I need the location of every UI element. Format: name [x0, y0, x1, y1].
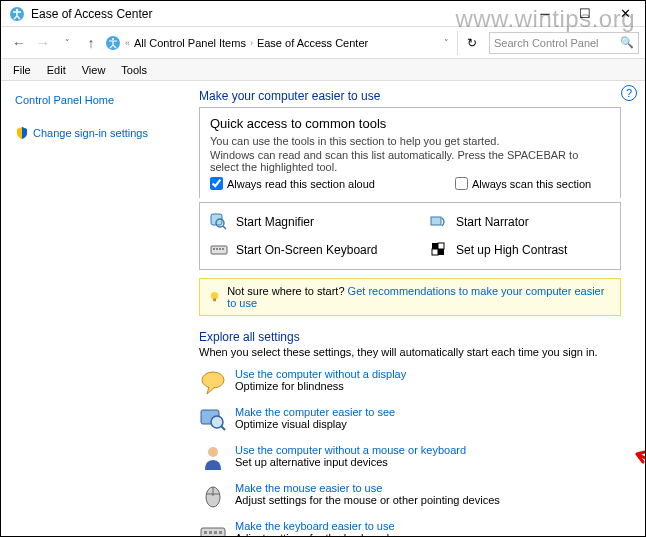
magnifier-icon	[210, 213, 228, 231]
search-placeholder: Search Control Panel	[494, 37, 599, 49]
tip-box: Not sure where to start? Get recommendat…	[199, 278, 621, 316]
navbar: ← → ˅ ↑ « All Control Panel Items › Ease…	[1, 27, 645, 59]
setting-link-kbd-easier[interactable]: Make the keyboard easier to use	[235, 520, 395, 532]
menu-tools[interactable]: Tools	[113, 62, 155, 78]
menu-file[interactable]: File	[5, 62, 39, 78]
menu-edit[interactable]: Edit	[39, 62, 74, 78]
keyboard-setting-icon	[199, 520, 227, 536]
back-button[interactable]: ←	[7, 31, 31, 55]
quick-access-desc2: Windows can read and scan this list auto…	[210, 149, 610, 173]
ease-of-access-icon	[9, 6, 25, 22]
breadcrumb-item-current[interactable]: Ease of Access Center	[257, 37, 368, 49]
svg-point-18	[202, 372, 224, 388]
window-title: Ease of Access Center	[31, 7, 525, 21]
breadcrumb-item-all[interactable]: All Control Panel Items	[134, 37, 246, 49]
setting-no-mouse-kbd: Use the computer without a mouse or keyb…	[199, 444, 621, 472]
main-panel: ? Make your computer easier to use Quick…	[189, 81, 645, 536]
explore-sub: When you select these settings, they wil…	[199, 346, 621, 358]
close-button[interactable]: ✕	[605, 1, 645, 26]
tool-narrator[interactable]: Start Narrator	[430, 213, 610, 231]
breadcrumb-root[interactable]: «	[125, 38, 130, 48]
svg-rect-9	[216, 248, 218, 250]
keyboard-icon	[210, 241, 228, 259]
mouse-icon	[199, 482, 227, 510]
setting-no-display: Use the computer without a display Optim…	[199, 368, 621, 396]
svg-rect-11	[222, 248, 224, 250]
shield-icon	[15, 126, 29, 140]
svg-rect-25	[209, 531, 212, 534]
narrator-icon	[430, 213, 448, 231]
up-button[interactable]: ↑	[79, 31, 103, 55]
person-icon	[199, 444, 227, 472]
svg-point-1	[16, 8, 18, 10]
setting-desc-no-display: Optimize for blindness	[235, 380, 406, 392]
tool-highcontrast[interactable]: Set up High Contrast	[430, 241, 610, 259]
breadcrumb-dropdown[interactable]: ˅	[444, 38, 449, 48]
svg-rect-10	[219, 248, 221, 250]
setting-link-mouse-easier[interactable]: Make the mouse easier to use	[235, 482, 500, 494]
setting-link-easier-see[interactable]: Make the computer easier to see	[235, 406, 395, 418]
quick-access-title: Quick access to common tools	[210, 116, 610, 131]
menu-view[interactable]: View	[74, 62, 114, 78]
lightbulb-icon	[208, 290, 221, 304]
setting-mouse-easier: Make the mouse easier to use Adjust sett…	[199, 482, 621, 510]
setting-easier-see: Make the computer easier to see Optimize…	[199, 406, 621, 434]
svg-rect-14	[432, 249, 438, 255]
setting-desc-kbd-easier: Adjust settings for the keyboard	[235, 532, 395, 536]
svg-rect-15	[438, 249, 444, 255]
setting-desc-easier-see: Optimize visual display	[235, 418, 395, 430]
svg-rect-27	[219, 531, 222, 534]
refresh-button[interactable]: ↻	[457, 31, 485, 55]
tip-prefix: Not sure where to start?	[227, 285, 347, 297]
svg-rect-12	[432, 243, 438, 249]
magnify-screen-icon	[199, 406, 227, 434]
minimize-button[interactable]: ─	[525, 1, 565, 26]
sidebar-home-link[interactable]: Control Panel Home	[15, 91, 181, 109]
content-area: Control Panel Home Change sign-in settin…	[1, 81, 645, 536]
search-icon: 🔍	[620, 36, 634, 49]
sidebar: Control Panel Home Change sign-in settin…	[1, 81, 189, 536]
sidebar-signin-link[interactable]: Change sign-in settings	[15, 123, 181, 143]
help-icon[interactable]: ?	[621, 85, 637, 101]
checkbox-read-aloud[interactable]: Always read this section aloud	[210, 177, 375, 190]
svg-point-3	[112, 38, 114, 40]
red-arrow-annotation	[631, 448, 645, 472]
svg-rect-26	[214, 531, 217, 534]
tool-osk[interactable]: Start On-Screen Keyboard	[210, 241, 390, 259]
setting-link-no-display[interactable]: Use the computer without a display	[235, 368, 406, 380]
setting-link-no-mouse-kbd[interactable]: Use the computer without a mouse or keyb…	[235, 444, 466, 456]
quick-access-desc1: You can use the tools in this section to…	[210, 135, 610, 147]
tool-magnifier[interactable]: Start Magnifier	[210, 213, 390, 231]
titlebar: Ease of Access Center ─ ☐ ✕	[1, 1, 645, 27]
quick-access-box: Quick access to common tools You can use…	[199, 107, 621, 198]
chevron-icon: ›	[250, 38, 253, 48]
breadcrumb[interactable]: « All Control Panel Items › Ease of Acce…	[103, 35, 457, 51]
speech-bubble-icon	[199, 368, 227, 396]
page-heading: Make your computer easier to use	[199, 89, 621, 103]
svg-rect-6	[431, 217, 441, 225]
svg-rect-17	[213, 298, 216, 301]
control-panel-icon	[105, 35, 121, 51]
svg-point-21	[208, 447, 218, 457]
checkbox-scan-section[interactable]: Always scan this section	[455, 177, 591, 190]
tools-grid: Start Magnifier Start Narrator Start On-…	[199, 202, 621, 270]
svg-point-16	[211, 292, 219, 300]
maximize-button[interactable]: ☐	[565, 1, 605, 26]
svg-rect-13	[438, 243, 444, 249]
svg-rect-8	[213, 248, 215, 250]
menubar: File Edit View Tools	[1, 59, 645, 81]
svg-rect-24	[204, 531, 207, 534]
search-input[interactable]: Search Control Panel 🔍	[489, 32, 639, 54]
highcontrast-icon	[430, 241, 448, 259]
setting-desc-no-mouse-kbd: Set up alternative input devices	[235, 456, 466, 468]
explore-title: Explore all settings	[199, 330, 621, 344]
forward-button[interactable]: →	[31, 31, 55, 55]
recent-locations-dropdown[interactable]: ˅	[55, 31, 79, 55]
setting-desc-mouse-easier: Adjust settings for the mouse or other p…	[235, 494, 500, 506]
setting-kbd-easier: Make the keyboard easier to use Adjust s…	[199, 520, 621, 536]
